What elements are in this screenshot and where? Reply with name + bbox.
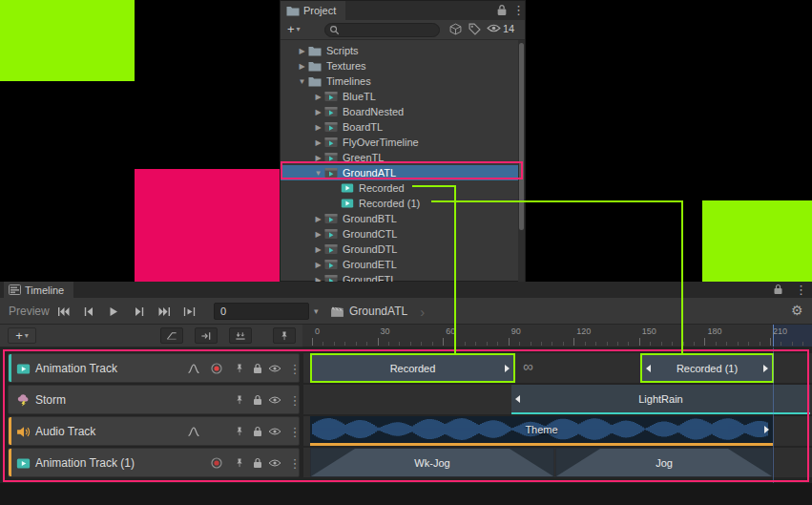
frame-field-caret-icon[interactable]: ▾ [314, 306, 319, 316]
storm-track-icon [16, 394, 31, 407]
folder-icon [308, 45, 323, 56]
tree-row[interactable]: ▶BlueTL [281, 89, 519, 104]
track-header-animation-track-1[interactable]: Animation Track (1) ⋮ [8, 448, 300, 477]
clip-recorded[interactable]: Recorded [310, 353, 515, 383]
tree-row[interactable]: ▶Scripts [281, 43, 519, 58]
next-frame-button[interactable] [128, 302, 151, 321]
tree-row[interactable]: ▼Timelines [281, 74, 519, 89]
search-by-label-icon[interactable] [468, 23, 483, 36]
play-range-button[interactable] [177, 302, 200, 321]
record-button[interactable] [209, 455, 224, 471]
edit-mode-replace-icon[interactable] [229, 327, 252, 344]
tree-row[interactable]: ▶GroundCTL [281, 226, 519, 242]
lock-icon[interactable] [250, 424, 265, 439]
search-input[interactable] [343, 25, 435, 35]
tree-row[interactable]: Recorded (1) [281, 196, 519, 211]
pin-icon[interactable] [232, 424, 247, 439]
disclosure-triangle-icon[interactable]: ▼ [296, 77, 308, 86]
lock-icon[interactable] [250, 392, 265, 408]
breadcrumb[interactable]: GroundATL › [330, 298, 425, 325]
disclosure-triangle-icon[interactable]: ▶ [312, 245, 324, 254]
disclosure-triangle-icon[interactable]: ▶ [312, 261, 324, 269]
tree-row[interactable]: Recorded [281, 180, 519, 196]
lock-icon[interactable] [250, 455, 265, 471]
ruler-tick [378, 338, 379, 346]
gear-icon[interactable]: ⚙ [791, 303, 803, 318]
tree-row[interactable]: ▶BoardTL [281, 119, 519, 135]
ruler-tick [541, 342, 542, 346]
lock-icon[interactable] [496, 4, 510, 17]
pin-icon[interactable] [232, 392, 247, 408]
disclosure-triangle-icon[interactable]: ▶ [312, 230, 324, 239]
timeline-icon [324, 167, 339, 179]
track-menu-icon[interactable]: ⋮ [287, 361, 302, 376]
track-header-storm[interactable]: Storm ⋮ [8, 385, 300, 414]
pin-icon[interactable] [232, 361, 247, 376]
lock-icon[interactable] [773, 284, 785, 296]
previous-frame-button[interactable] [76, 302, 99, 321]
go-to-end-button[interactable] [153, 302, 176, 321]
eye-icon[interactable] [267, 361, 282, 376]
disclosure-triangle-icon[interactable]: ▶ [312, 123, 324, 132]
go-to-start-button[interactable] [52, 302, 74, 321]
disclosure-triangle-icon[interactable]: ▶ [312, 93, 324, 101]
record-button[interactable] [209, 361, 224, 376]
eye-icon[interactable] [267, 455, 282, 471]
breadcrumb-chevron-icon: › [420, 304, 425, 320]
create-asset-button[interactable]: + ▾ [287, 22, 301, 36]
eye-icon[interactable] [267, 424, 282, 439]
tab-timeline[interactable]: Timeline [4, 282, 73, 298]
panel-menu-icon[interactable]: ⋮ [795, 283, 807, 298]
lock-icon[interactable] [250, 361, 265, 376]
scrollbar-thumb[interactable] [519, 43, 524, 230]
add-track-button[interactable]: + ▾ [8, 327, 36, 344]
search-by-type-icon[interactable] [449, 23, 464, 36]
disclosure-triangle-icon[interactable]: ▶ [312, 108, 324, 116]
tree-item-label: GroundETL [343, 259, 397, 270]
eye-icon[interactable] [267, 392, 282, 408]
tree-row[interactable]: ▶GreenTL [281, 150, 519, 165]
tree-row[interactable]: ▶GroundDTL [281, 242, 519, 257]
tree-row[interactable]: ▶FlyOverTimeline [281, 135, 519, 150]
preview-toggle-button[interactable]: Preview [9, 298, 50, 325]
curves-toggle-icon[interactable] [186, 361, 201, 376]
disclosure-triangle-icon[interactable]: ▶ [296, 62, 308, 71]
clip-lightrain[interactable]: LightRain [511, 385, 810, 414]
time-ruler[interactable]: 0306090120150180210 [302, 325, 812, 347]
disclosure-triangle-icon[interactable]: ▼ [312, 169, 324, 178]
vertical-scrollbar[interactable] [518, 40, 525, 282]
disclosure-triangle-icon[interactable]: ▶ [296, 47, 308, 55]
tree-row[interactable]: ▶GroundBTL [281, 211, 519, 226]
tree-row[interactable]: ▶GroundETL [281, 257, 519, 272]
clip-jog[interactable]: Jog [555, 448, 773, 477]
ruler-tick [563, 342, 564, 346]
clip-wk-jog[interactable]: Wk-Jog [310, 448, 554, 477]
edit-mode-ripple-icon[interactable] [195, 327, 218, 344]
frame-field[interactable]: 0 [214, 303, 309, 320]
track-menu-icon[interactable]: ⋮ [287, 455, 302, 471]
pin-icon[interactable] [232, 455, 247, 471]
tree-row[interactable]: ▶BoardNested [281, 104, 519, 119]
clip-recorded-1[interactable]: Recorded (1) [640, 353, 774, 383]
clip-theme[interactable]: Theme [310, 416, 773, 446]
tab-project[interactable]: Project [281, 1, 345, 20]
panel-menu-icon[interactable]: ⋮ [512, 3, 525, 18]
tree-row[interactable]: ▼GroundATL [281, 165, 519, 180]
track-color-stripe [9, 449, 11, 476]
track-header-audio-track[interactable]: Audio Track ⋮ [8, 416, 300, 446]
track-header-animation-track[interactable]: Animation Track ⋮ [8, 353, 300, 383]
disclosure-triangle-icon[interactable]: ▶ [312, 138, 324, 147]
search-field[interactable] [324, 23, 440, 37]
track-menu-icon[interactable]: ⋮ [287, 424, 302, 439]
curves-toggle-icon[interactable] [186, 424, 201, 439]
disclosure-triangle-icon[interactable]: ▶ [312, 215, 324, 223]
tree-row[interactable]: ▶Textures [281, 58, 519, 74]
marker-visibility-icon[interactable] [273, 327, 296, 344]
track-menu-icon[interactable]: ⋮ [287, 392, 302, 408]
ruler-tick [607, 342, 608, 346]
hidden-count-eye-icon[interactable] [487, 23, 501, 36]
edit-mode-mix-icon[interactable] [160, 327, 183, 344]
tracks-area: Animation Track ⋮ [0, 347, 812, 483]
play-button[interactable] [101, 302, 124, 321]
disclosure-triangle-icon[interactable]: ▶ [312, 154, 324, 162]
